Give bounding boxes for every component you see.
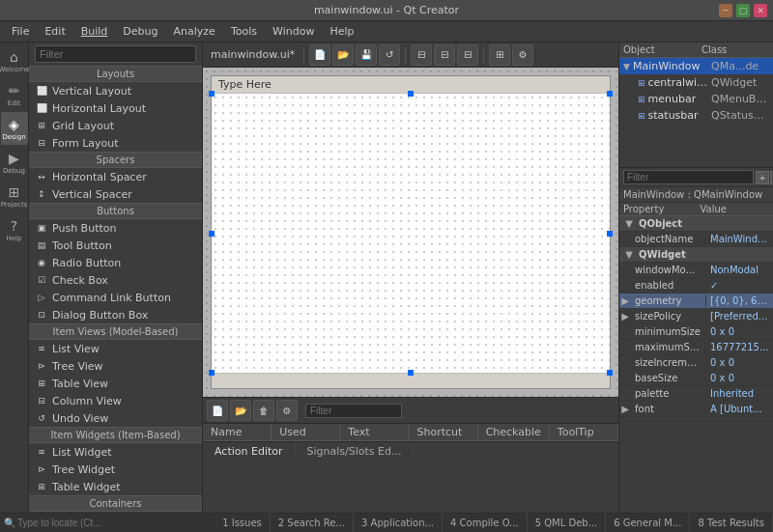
handle-tl[interactable] xyxy=(209,91,215,97)
handle-br[interactable] xyxy=(607,370,613,376)
obj-statusbar[interactable]: ⊞ statusbar QStatusB... xyxy=(619,107,773,124)
tab-signals-slots[interactable]: Signals/Slots Ed... xyxy=(296,442,415,461)
menu-tools[interactable]: Tools xyxy=(223,23,265,40)
handle-ml[interactable] xyxy=(209,231,215,237)
prop-basesize[interactable]: baseSize 0 x 0 xyxy=(619,371,773,386)
status-application[interactable]: 3 Application... xyxy=(354,514,443,532)
widget-radio-button[interactable]: ◉ Radio Button xyxy=(29,254,202,271)
menu-window[interactable]: Window xyxy=(265,23,322,40)
widget-vertical-spacer[interactable]: ↕ Vertical Spacer xyxy=(29,185,202,203)
widget-undo-view[interactable]: ↺ Undo View xyxy=(29,409,202,427)
tab-action-editor[interactable]: Action Editor xyxy=(203,442,296,461)
tb-align-left[interactable]: ⊟ xyxy=(411,44,432,66)
prop-palette[interactable]: palette Inherited xyxy=(619,386,773,402)
handle-mr[interactable] xyxy=(607,231,613,237)
menu-edit[interactable]: Edit xyxy=(37,23,72,40)
handle-bm[interactable] xyxy=(408,370,414,376)
handle-bl[interactable] xyxy=(209,370,215,376)
action-settings[interactable]: ⚙ xyxy=(276,400,298,421)
filter-add-btn[interactable]: + xyxy=(756,171,769,184)
widget-grid-layout[interactable]: ⊞ Grid Layout xyxy=(29,117,202,134)
widget-label: List View xyxy=(52,343,100,355)
sidebar-help[interactable]: ? Help xyxy=(1,213,28,246)
obj-centralwidget[interactable]: ⊞ centralwidget QWidget xyxy=(619,74,773,91)
widget-horizontal-spacer[interactable]: ↔ Horizontal Spacer xyxy=(29,168,202,185)
menu-build[interactable]: Build xyxy=(73,23,116,40)
widget-table-widget[interactable]: ⊞ Table Widget xyxy=(29,478,202,495)
design-file-tab[interactable]: mainwindow.ui* xyxy=(207,48,299,61)
prop-enabled[interactable]: enabled ✓ xyxy=(619,278,773,294)
menu-analyze[interactable]: Analyze xyxy=(166,23,223,40)
status-test-results[interactable]: 8 Test Results xyxy=(690,514,773,532)
prop-objectname[interactable]: objectName MainWind... xyxy=(619,232,773,247)
widget-tool-button[interactable]: ▤ Tool Button xyxy=(29,237,202,254)
menu-debug[interactable]: Debug xyxy=(115,23,165,40)
tb-undo[interactable]: ↺ xyxy=(379,44,400,66)
design-icon: ◈ xyxy=(9,117,19,132)
action-new[interactable]: 📄 xyxy=(207,400,228,421)
widget-form-layout[interactable]: ⊟ Form Layout xyxy=(29,134,202,152)
widget-command-link[interactable]: ▷ Command Link Button xyxy=(29,289,202,306)
close-button[interactable]: ✕ xyxy=(754,4,767,17)
sidebar-edit[interactable]: ✏ Edit xyxy=(1,78,28,111)
prop-minimumsize[interactable]: minimumSize 0 x 0 xyxy=(619,324,773,340)
menu-file[interactable]: File xyxy=(4,23,37,40)
prop-sizeincrement[interactable]: sizeIncrement 0 x 0 xyxy=(619,355,773,371)
widget-vertical-layout[interactable]: ⬜ Vertical Layout xyxy=(29,82,202,99)
widget-push-button[interactable]: ▣ Push Button xyxy=(29,219,202,237)
main-window-form[interactable]: Type Here xyxy=(211,75,611,389)
status-issues[interactable]: 1 Issues xyxy=(215,514,271,532)
widget-label: Tool Button xyxy=(52,239,112,252)
welcome-icon: ⌂ xyxy=(10,49,18,65)
status-general[interactable]: 6 General M... xyxy=(606,514,690,532)
prop-value-label: 16777215... xyxy=(705,341,773,353)
maximize-button[interactable]: □ xyxy=(736,4,750,17)
obj-mainwindow[interactable]: ▼ MainWindow QMa...de xyxy=(619,58,773,74)
handle-tm[interactable] xyxy=(408,91,414,97)
sidebar-projects[interactable]: ⊞ Projects xyxy=(1,180,28,212)
locate-input[interactable] xyxy=(17,518,162,528)
widget-list-view[interactable]: ≡ List View xyxy=(29,340,202,357)
menu-help[interactable]: Help xyxy=(322,23,361,40)
status-qml-debug[interactable]: 5 QML Deb... xyxy=(528,514,607,532)
type-here-label[interactable]: Type Here xyxy=(215,77,275,92)
sidebar-debug[interactable]: ▶ Debug xyxy=(1,146,28,179)
tb-align-right[interactable]: ⊟ xyxy=(457,44,478,66)
prop-geometry[interactable]: ▶ geometry [{0, 0}, 640... xyxy=(619,294,773,309)
widget-tree-widget[interactable]: ⊳ Tree Widget xyxy=(29,461,202,478)
sidebar-design[interactable]: ◈ Design xyxy=(1,112,28,145)
widget-table-view[interactable]: ⊞ Table View xyxy=(29,375,202,392)
properties-filter-input[interactable] xyxy=(623,170,754,184)
widget-check-box[interactable]: ☑ Check Box xyxy=(29,271,202,289)
tb-open[interactable]: 📂 xyxy=(332,44,354,66)
handle-tr[interactable] xyxy=(607,91,613,97)
widget-horizontal-layout[interactable]: ⬜ Horizontal Layout xyxy=(29,99,202,117)
tb-save[interactable]: 💾 xyxy=(356,44,377,66)
bottom-filter-input[interactable] xyxy=(305,404,402,418)
design-canvas[interactable]: Type Here xyxy=(203,68,618,397)
widget-tree-view[interactable]: ⊳ Tree View xyxy=(29,357,202,375)
tb-align-center[interactable]: ⊟ xyxy=(434,44,455,66)
prop-sizepolicy[interactable]: ▶ sizePolicy [Preferred... xyxy=(619,309,773,324)
prop-font[interactable]: ▶ font A [Ubunt... xyxy=(619,402,773,417)
prop-maximumsize[interactable]: maximumSize 16777215... xyxy=(619,340,773,355)
status-compile[interactable]: 4 Compile O... xyxy=(443,514,528,532)
action-open[interactable]: 📂 xyxy=(230,400,251,421)
widget-group-box[interactable]: ▭ Group Box xyxy=(29,512,202,513)
status-search-results[interactable]: 2 Search Re... xyxy=(271,514,354,532)
obj-menubar[interactable]: ⊞ menubar QMenuBa... xyxy=(619,91,773,107)
tb-settings[interactable]: ⚙ xyxy=(512,44,533,66)
widget-filter-input[interactable] xyxy=(35,45,196,63)
widget-column-view[interactable]: ⊟ Column View xyxy=(29,392,202,409)
form-body[interactable] xyxy=(212,94,610,373)
obj-class: QMenuBa... xyxy=(711,93,769,105)
tb-new[interactable]: 📄 xyxy=(309,44,330,66)
section-spacers: Spacers xyxy=(29,152,202,168)
tb-grid[interactable]: ⊞ xyxy=(489,44,510,66)
action-del[interactable]: 🗑 xyxy=(253,400,274,421)
sidebar-welcome[interactable]: ⌂ Welcome xyxy=(1,44,28,77)
widget-dialog-button[interactable]: ⊡ Dialog Button Box xyxy=(29,306,202,323)
widget-list-widget[interactable]: ≡ List Widget xyxy=(29,443,202,461)
prop-windowmodality[interactable]: windowModality NonModal xyxy=(619,263,773,278)
minimize-button[interactable]: ─ xyxy=(719,4,732,17)
